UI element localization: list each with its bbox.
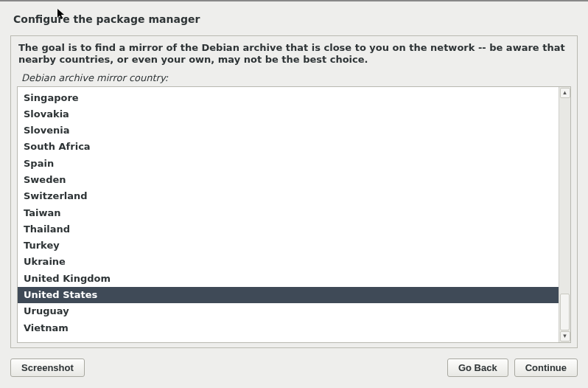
country-listbox[interactable]: SingaporeSlovakiaSloveniaSouth AfricaSpa… <box>17 86 571 343</box>
scrollbar[interactable]: ▴ ▾ <box>559 87 570 342</box>
main-panel: The goal is to find a mirror of the Debi… <box>10 35 578 348</box>
country-item[interactable]: Taiwan <box>18 205 559 221</box>
country-item[interactable]: Spain <box>18 156 559 172</box>
country-item[interactable]: Slovakia <box>18 106 559 122</box>
country-item[interactable]: Slovenia <box>18 122 559 139</box>
go-back-button[interactable]: Go Back <box>447 358 508 377</box>
page-title: Configure the package manager <box>10 9 578 35</box>
country-item[interactable]: Ukraine <box>18 254 559 270</box>
country-item[interactable]: Vietnam <box>18 320 559 336</box>
continue-button[interactable]: Continue <box>514 358 578 377</box>
scroll-down-icon[interactable]: ▾ <box>560 331 570 342</box>
screenshot-button[interactable]: Screenshot <box>10 358 85 377</box>
country-item[interactable]: Thailand <box>18 221 559 238</box>
list-label: Debian archive mirror country: <box>17 71 571 86</box>
country-item[interactable]: Switzerland <box>18 188 559 204</box>
country-item[interactable]: United States <box>18 287 559 303</box>
country-item[interactable]: Uruguay <box>18 303 559 319</box>
scroll-up-icon[interactable]: ▴ <box>560 88 570 98</box>
country-item[interactable]: Turkey <box>18 238 559 254</box>
country-item[interactable]: United Kingdom <box>18 271 559 287</box>
country-item[interactable]: South Africa <box>18 139 559 155</box>
country-item[interactable]: Sweden <box>18 172 559 188</box>
scroll-thumb[interactable] <box>560 294 570 330</box>
instructions-text: The goal is to find a mirror of the Debi… <box>17 41 571 71</box>
country-item[interactable]: Singapore <box>18 90 559 106</box>
